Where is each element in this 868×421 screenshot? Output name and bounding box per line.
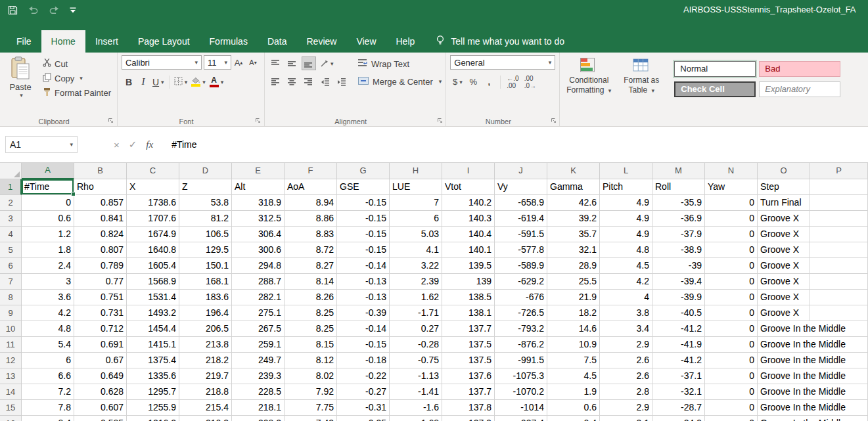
cell-D11[interactable]: 213.8	[179, 337, 232, 353]
cell-F11[interactable]: 8.15	[285, 337, 337, 353]
cell-E6[interactable]: 294.8	[232, 258, 285, 274]
tab-insert[interactable]: Insert	[85, 30, 128, 53]
cell-E12[interactable]: 249.7	[232, 353, 285, 368]
cell-G3[interactable]: -0.15	[337, 211, 390, 227]
number-format-select[interactable]: General ▾	[450, 55, 555, 70]
cell-H5[interactable]: 4.1	[390, 242, 442, 258]
cell-C1[interactable]: X	[127, 179, 179, 195]
row-header-11[interactable]: 11	[0, 337, 22, 353]
cell-I6[interactable]: 139.5	[442, 258, 495, 274]
cell-I10[interactable]: 137.7	[442, 321, 495, 337]
cell-N10[interactable]: 0	[705, 321, 758, 337]
column-header-J[interactable]: J	[495, 163, 547, 179]
merge-center-button[interactable]: Merge & Center ▾	[358, 74, 442, 89]
cell-D2[interactable]: 53.8	[179, 195, 232, 211]
cell-F5[interactable]: 8.72	[285, 242, 337, 258]
row-header-16[interactable]: 16	[0, 416, 22, 421]
formula-input[interactable]: #Time	[171, 139, 868, 150]
cell-I11[interactable]: 137.5	[442, 337, 495, 353]
top-align-button[interactable]	[269, 56, 283, 70]
cell-J15[interactable]: -1014	[495, 400, 547, 416]
cell-B15[interactable]: 0.607	[74, 400, 127, 416]
column-header-K[interactable]: K	[547, 163, 600, 179]
cell-J11[interactable]: -876.2	[495, 337, 547, 353]
cell-O11[interactable]: Groove In the Middle	[758, 337, 868, 353]
column-header-C[interactable]: C	[127, 163, 179, 179]
cell-C7[interactable]: 1568.9	[127, 274, 179, 290]
font-color-button[interactable]: A ▾	[208, 75, 226, 89]
cell-K13[interactable]: 4.5	[547, 368, 600, 384]
cell-E13[interactable]: 239.3	[232, 368, 285, 384]
bold-button[interactable]: B	[122, 75, 136, 89]
cell-A8[interactable]: 3.6	[22, 290, 74, 305]
row-header-4[interactable]: 4	[0, 227, 22, 242]
row-header-6[interactable]: 6	[0, 258, 22, 274]
cell-F15[interactable]: 7.75	[285, 400, 337, 416]
column-header-P[interactable]: P	[810, 163, 868, 179]
format-as-table-button[interactable]: Format as Table ▾	[616, 56, 666, 96]
customize-quick-access-icon[interactable]	[70, 7, 76, 13]
cell-E16[interactable]: 208.2	[232, 416, 285, 421]
cell-L12[interactable]: 2.6	[600, 353, 652, 368]
cell-A2[interactable]: 0	[22, 195, 74, 211]
row-header-5[interactable]: 5	[0, 242, 22, 258]
row-header-2[interactable]: 2	[0, 195, 22, 211]
cell-H7[interactable]: 2.39	[390, 274, 442, 290]
cell-P2[interactable]	[810, 195, 868, 211]
cell-C4[interactable]: 1674.9	[127, 227, 179, 242]
tell-me-box[interactable]: Tell me what you want to do	[435, 30, 564, 53]
cell-B10[interactable]: 0.712	[74, 321, 127, 337]
cell-H16[interactable]: -1.68	[390, 416, 442, 421]
increase-font-size-button[interactable]: A▴	[231, 56, 246, 70]
cell-I15[interactable]: 137.8	[442, 400, 495, 416]
cell-H1[interactable]: LUE	[390, 179, 442, 195]
increase-decimal-button[interactable]: ←.0.00	[505, 75, 520, 89]
cell-G15[interactable]: -0.31	[337, 400, 390, 416]
cell-E11[interactable]: 259.1	[232, 337, 285, 353]
font-name-select[interactable]: Calibri ▾	[122, 55, 202, 70]
cell-A11[interactable]: 5.4	[22, 337, 74, 353]
cell-O14[interactable]: Groove In the Middle	[758, 384, 868, 400]
cell-J3[interactable]: -619.4	[495, 211, 547, 227]
cell-G2[interactable]: -0.15	[337, 195, 390, 211]
cell-C9[interactable]: 1493.2	[127, 305, 179, 321]
cell-N14[interactable]: 0	[705, 384, 758, 400]
cell-P5[interactable]	[810, 242, 868, 258]
cell-P6[interactable]	[810, 258, 868, 274]
cell-G16[interactable]: -0.35	[337, 416, 390, 421]
column-header-E[interactable]: E	[232, 163, 285, 179]
tab-data[interactable]: Data	[258, 30, 297, 53]
cut-button[interactable]: Cut	[41, 56, 113, 71]
cell-L15[interactable]: 2.9	[600, 400, 652, 416]
cell-M7[interactable]: -39.4	[652, 274, 705, 290]
cell-J5[interactable]: -577.8	[495, 242, 547, 258]
cell-D16[interactable]: 210.3	[179, 416, 232, 421]
cell-A13[interactable]: 6.6	[22, 368, 74, 384]
cell-G12[interactable]: -0.18	[337, 353, 390, 368]
cell-J9[interactable]: -726.5	[495, 305, 547, 321]
cell-I14[interactable]: 137.7	[442, 384, 495, 400]
cell-O9[interactable]: Groove X	[758, 305, 810, 321]
cell-C11[interactable]: 1415.1	[127, 337, 179, 353]
cell-M11[interactable]: -41.9	[652, 337, 705, 353]
row-header-15[interactable]: 15	[0, 400, 22, 416]
cell-A3[interactable]: 0.6	[22, 211, 74, 227]
cell-A15[interactable]: 7.8	[22, 400, 74, 416]
cell-C12[interactable]: 1375.4	[127, 353, 179, 368]
cell-M2[interactable]: -35.9	[652, 195, 705, 211]
cell-G10[interactable]: -0.14	[337, 321, 390, 337]
cell-K5[interactable]: 32.1	[547, 242, 600, 258]
borders-button[interactable]: ▾	[172, 75, 190, 89]
decrease-font-size-button[interactable]: A▾	[246, 56, 260, 70]
row-header-7[interactable]: 7	[0, 274, 22, 290]
cell-O4[interactable]: Groove X	[758, 227, 810, 242]
column-header-H[interactable]: H	[390, 163, 442, 179]
tab-file[interactable]: File	[7, 30, 41, 53]
column-header-G[interactable]: G	[337, 163, 390, 179]
cell-D12[interactable]: 218.2	[179, 353, 232, 368]
cell-P9[interactable]	[810, 305, 868, 321]
cell-P7[interactable]	[810, 274, 868, 290]
cell-O13[interactable]: Groove In the Middle	[758, 368, 868, 384]
tab-review[interactable]: Review	[297, 30, 347, 53]
bottom-align-button[interactable]	[302, 56, 316, 70]
